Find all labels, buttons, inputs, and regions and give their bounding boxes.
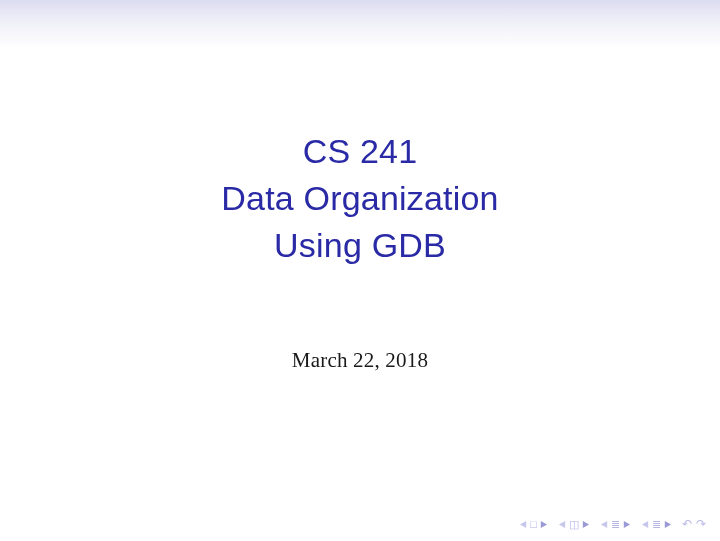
svg-marker-0 — [520, 520, 526, 527]
svg-marker-1 — [541, 520, 547, 527]
slide-date: March 22, 2018 — [0, 348, 720, 373]
nav-doc[interactable]: ◫ — [558, 519, 590, 530]
svg-marker-5 — [624, 520, 630, 527]
back-icon[interactable]: ↶ — [682, 517, 692, 531]
nav-frame[interactable]: □ — [519, 519, 548, 530]
section-icon: ≣ — [611, 519, 620, 530]
svg-marker-4 — [601, 520, 607, 527]
title-line-1: CS 241 — [0, 128, 720, 175]
subsection-icon: ≣ — [652, 519, 661, 530]
title-line-3: Using GDB — [0, 222, 720, 269]
title-block: CS 241 Data Organization Using GDB — [0, 128, 720, 269]
doc-icon: ◫ — [569, 519, 579, 530]
svg-marker-7 — [665, 520, 671, 527]
top-gradient — [0, 0, 720, 48]
slide: CS 241 Data Organization Using GDB March… — [0, 0, 720, 541]
svg-marker-6 — [642, 520, 648, 527]
nav-subsection[interactable]: ≣ — [641, 519, 672, 530]
forward-icon[interactable]: ↷ — [696, 517, 706, 531]
nav-section[interactable]: ≣ — [600, 519, 631, 530]
nav-history[interactable]: ↶ ↷ — [682, 517, 706, 531]
frame-icon: □ — [530, 519, 537, 530]
svg-marker-3 — [583, 520, 589, 527]
svg-marker-2 — [559, 520, 565, 527]
title-line-2: Data Organization — [0, 175, 720, 222]
beamer-nav-bar: □ ◫ ≣ ≣ ↶ ↷ — [519, 517, 706, 531]
